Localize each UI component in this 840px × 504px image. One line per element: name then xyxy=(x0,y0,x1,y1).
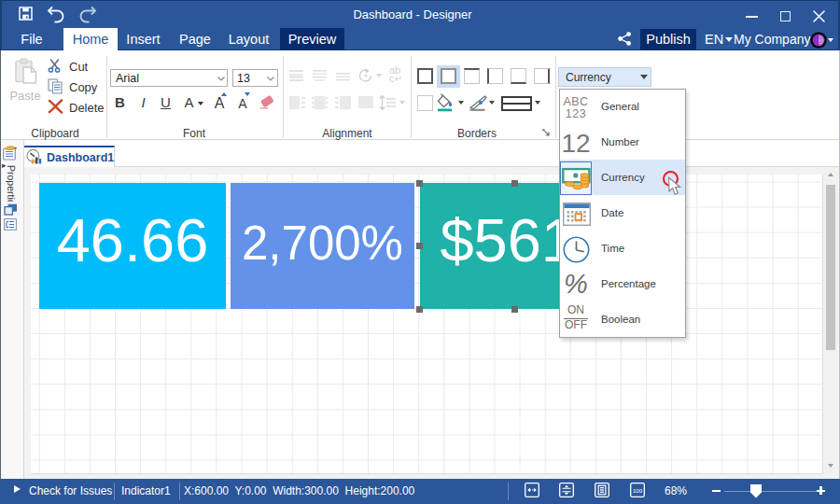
svg-text:100: 100 xyxy=(633,488,643,494)
